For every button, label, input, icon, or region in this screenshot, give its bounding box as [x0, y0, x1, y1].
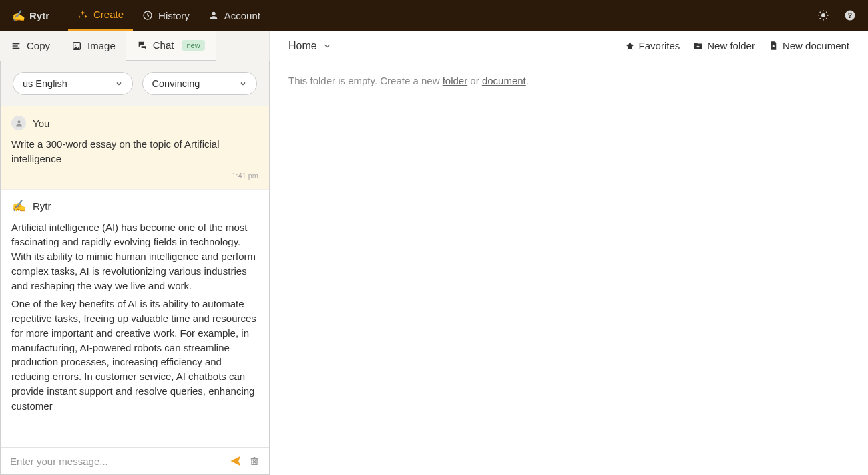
new-badge: new [182, 40, 204, 51]
tab-chat-label: Chat [153, 39, 174, 51]
svg-text:?: ? [848, 11, 852, 19]
rytr-message: ✍️ Rytr Artificial intelligence (AI) has… [1, 190, 269, 427]
new-folder-label: New folder [707, 40, 755, 51]
tab-copy-label: Copy [27, 40, 50, 51]
user-avatar [11, 116, 26, 130]
workspace-panel: This folder is empty. Create a new folde… [270, 61, 868, 475]
image-icon [71, 41, 82, 51]
svg-point-1 [212, 12, 215, 15]
theme-toggle-button[interactable] [817, 9, 829, 21]
user-message-time: 1:41 pm [11, 172, 258, 180]
tab-image[interactable]: Image [61, 31, 126, 61]
trash-icon [249, 456, 260, 466]
send-button[interactable] [229, 454, 242, 468]
tab-copy[interactable]: Copy [0, 31, 61, 61]
send-icon [229, 454, 242, 468]
create-document-link[interactable]: document [482, 75, 526, 86]
lines-icon [11, 41, 21, 51]
new-document-label: New document [783, 40, 849, 51]
user-message-text: Write a 300-word essay on the topic of A… [11, 137, 258, 166]
history-icon [142, 10, 153, 21]
or-text: or [467, 75, 482, 86]
chevron-down-icon [322, 41, 332, 51]
nav-history[interactable]: History [133, 0, 199, 31]
main-area: us English Convincing You Write a 300-wo… [0, 61, 868, 475]
secondary-bar: Copy Image Chat new Home Favorites New f… [0, 31, 868, 61]
help-icon: ? [844, 9, 856, 21]
favorites-button[interactable]: Favorites [625, 40, 680, 51]
rytr-para1: Artificial intelligence (AI) has become … [11, 220, 258, 293]
empty-text: This folder is empty. Create a new [288, 75, 443, 86]
new-folder-button[interactable]: New folder [693, 40, 755, 51]
tab-chat[interactable]: Chat new [126, 31, 216, 61]
rytr-message-text: Artificial intelligence (AI) has become … [11, 220, 258, 414]
tab-image-label: Image [87, 40, 116, 51]
nav-create-label: Create [93, 9, 124, 20]
person-icon [208, 10, 219, 21]
nav-account[interactable]: Account [199, 0, 270, 31]
language-value: us English [23, 78, 67, 89]
brand-name: Rytr [29, 10, 49, 21]
create-folder-link[interactable]: folder [443, 75, 468, 86]
rytr-avatar: ✍️ [11, 199, 26, 214]
chat-input-row [1, 447, 269, 474]
svg-point-17 [75, 44, 76, 45]
top-nav: ✍️ Rytr Create History Account ? [0, 0, 868, 31]
nav-create[interactable]: Create [68, 0, 133, 31]
sparkle-icon [77, 9, 88, 20]
rytr-para2: One of the key benefits of AI is its abi… [11, 297, 258, 413]
clear-button[interactable] [249, 456, 260, 466]
period: . [526, 75, 529, 86]
chat-input[interactable] [10, 456, 222, 467]
selector-row: us English Convincing [1, 61, 269, 106]
chat-panel: us English Convincing You Write a 300-wo… [0, 61, 270, 475]
tone-value: Convincing [152, 78, 200, 89]
rytr-name: Rytr [33, 200, 51, 212]
person-icon [15, 119, 23, 128]
brand-logo[interactable]: ✍️ Rytr [12, 9, 49, 22]
sun-icon [817, 9, 829, 21]
help-button[interactable]: ? [844, 9, 856, 21]
svg-line-7 [820, 12, 821, 13]
language-select[interactable]: us English [13, 72, 133, 95]
user-name: You [33, 118, 49, 129]
svg-point-2 [821, 13, 825, 17]
chat-icon [137, 40, 148, 51]
new-document-button[interactable]: New document [769, 40, 849, 51]
chevron-down-icon [239, 80, 247, 88]
chevron-down-icon [115, 80, 123, 88]
mode-tabs: Copy Image Chat new [0, 31, 270, 61]
svg-line-9 [820, 18, 821, 19]
svg-line-8 [826, 18, 827, 19]
nav-history-label: History [158, 10, 190, 21]
chat-scroll[interactable]: You Write a 300-word essay on the topic … [1, 106, 269, 447]
nav-account-label: Account [224, 10, 260, 21]
user-message: You Write a 300-word essay on the topic … [1, 106, 269, 190]
folder-plus-icon [693, 41, 703, 51]
file-plus-icon [769, 41, 779, 51]
svg-line-10 [826, 12, 827, 13]
star-icon [625, 41, 635, 51]
breadcrumb-label: Home [288, 40, 317, 52]
favorites-label: Favorites [639, 40, 680, 51]
svg-point-22 [17, 120, 20, 123]
tone-select[interactable]: Convincing [142, 72, 257, 95]
hand-writing-icon: ✍️ [12, 9, 25, 22]
breadcrumb[interactable]: Home [288, 40, 332, 52]
